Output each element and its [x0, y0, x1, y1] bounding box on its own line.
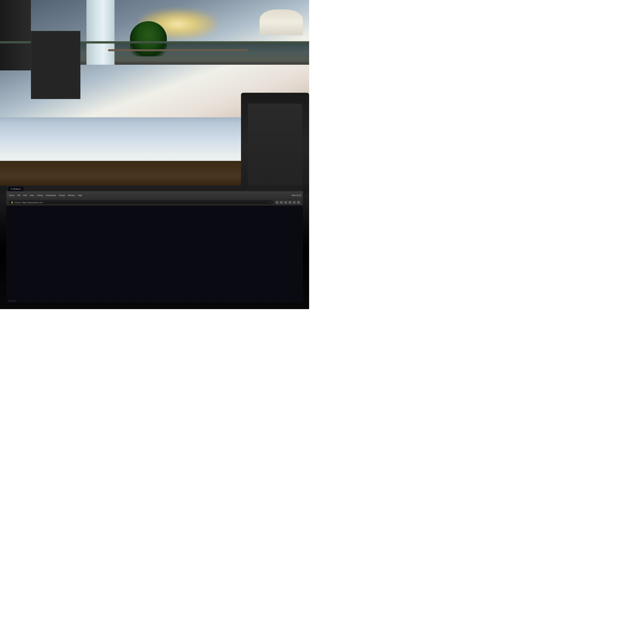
- right-window: [260, 9, 303, 35]
- extensions-icon-4[interactable]: [288, 200, 292, 204]
- window-panel-left: [31, 31, 80, 99]
- searches-label: Searches: [9, 300, 16, 302]
- lock-icon: 🔒: [11, 201, 13, 204]
- extensions-icon[interactable]: [275, 200, 279, 204]
- extensions-icon-2[interactable]: [279, 200, 283, 204]
- extensions-icon-5[interactable]: [292, 200, 296, 204]
- window-pane-1: [32, 32, 55, 65]
- menu-item-file[interactable]: File: [16, 194, 21, 196]
- chrome-tab-bar: PEXELS: [6, 185, 303, 191]
- plant: [130, 21, 167, 56]
- chrome-menu-bar: hrome File Edit View History Bookmarks P…: [6, 191, 303, 199]
- url-text: https://www.pexels.com: [22, 202, 43, 204]
- active-tab[interactable]: PEXELS: [8, 187, 23, 191]
- menu-item-edit[interactable]: Edit: [23, 194, 28, 196]
- shelf: [108, 49, 247, 51]
- window-pane-4: [56, 65, 79, 98]
- chair-seat: [248, 104, 302, 195]
- menu-item-view[interactable]: View: [29, 194, 35, 196]
- menu-item-help[interactable]: Help: [77, 194, 83, 196]
- tab-label: PEXELS: [13, 188, 21, 190]
- extensions-icon-3[interactable]: [284, 200, 288, 204]
- menu-item-window[interactable]: Window: [67, 194, 76, 196]
- secure-label: Secure: [15, 202, 21, 204]
- menu-item-history[interactable]: History: [36, 194, 44, 196]
- system-time: Wed 16:15: [292, 194, 301, 196]
- monitor-screen: PEXELS hrome File Edit View History Book…: [6, 185, 303, 303]
- window-pane-2: [56, 32, 79, 65]
- column-pillar: [86, 0, 114, 65]
- menu-item-chrome[interactable]: hrome: [8, 194, 15, 196]
- browser-toolbar-icons: [275, 200, 301, 204]
- menu-item-bookmarks[interactable]: Bookmarks: [45, 194, 57, 196]
- window-pane-3: [32, 65, 55, 98]
- url-bar-row: 🔒 Secure https://www.pexels.com ☆: [6, 199, 303, 206]
- bookmark-icon[interactable]: ☆: [269, 201, 271, 204]
- url-bar[interactable]: 🔒 Secure https://www.pexels.com ☆: [9, 200, 274, 204]
- chrome-system-icons: Wed 16:15: [292, 194, 301, 196]
- url-actions: ☆: [269, 201, 271, 204]
- extensions-icon-6[interactable]: [297, 200, 301, 204]
- dark-left-wall: [0, 0, 31, 70]
- menu-item-people[interactable]: People: [58, 194, 66, 196]
- tab-favicon: [11, 188, 12, 189]
- chair: [241, 93, 309, 201]
